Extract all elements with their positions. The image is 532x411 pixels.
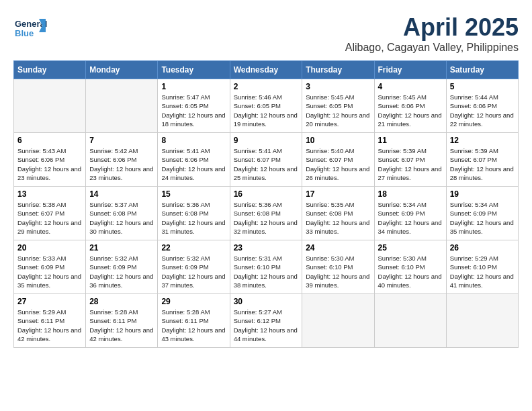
day-number: 7 <box>89 136 154 145</box>
day-number: 29 <box>161 297 226 306</box>
day-number: 2 <box>234 82 299 91</box>
calendar-cell: 12Sunrise: 5:39 AM Sunset: 6:07 PM Dayli… <box>446 133 518 187</box>
calendar-cell <box>302 294 374 348</box>
calendar-week-3: 13Sunrise: 5:38 AM Sunset: 6:07 PM Dayli… <box>14 187 519 240</box>
day-info: Sunrise: 5:46 AM Sunset: 6:05 PM Dayligh… <box>234 93 299 128</box>
calendar-cell: 13Sunrise: 5:38 AM Sunset: 6:07 PM Dayli… <box>14 187 86 240</box>
calendar-cell: 7Sunrise: 5:42 AM Sunset: 6:06 PM Daylig… <box>86 133 158 187</box>
day-info: Sunrise: 5:29 AM Sunset: 6:10 PM Dayligh… <box>450 254 515 289</box>
day-info: Sunrise: 5:40 AM Sunset: 6:07 PM Dayligh… <box>306 146 370 182</box>
day-number: 27 <box>17 297 82 306</box>
calendar-cell: 15Sunrise: 5:36 AM Sunset: 6:08 PM Dayli… <box>158 187 230 240</box>
day-info: Sunrise: 5:28 AM Sunset: 6:11 PM Dayligh… <box>89 308 154 343</box>
calendar-cell: 21Sunrise: 5:32 AM Sunset: 6:09 PM Dayli… <box>86 240 158 294</box>
calendar-cell: 23Sunrise: 5:31 AM Sunset: 6:10 PM Dayli… <box>230 240 302 294</box>
day-number: 1 <box>161 82 226 91</box>
calendar-cell: 22Sunrise: 5:32 AM Sunset: 6:09 PM Dayli… <box>158 240 230 294</box>
calendar-cell: 9Sunrise: 5:41 AM Sunset: 6:07 PM Daylig… <box>230 133 302 187</box>
day-info: Sunrise: 5:37 AM Sunset: 6:08 PM Dayligh… <box>89 200 154 236</box>
day-info: Sunrise: 5:44 AM Sunset: 6:06 PM Dayligh… <box>450 93 515 128</box>
day-info: Sunrise: 5:34 AM Sunset: 6:09 PM Dayligh… <box>450 200 515 236</box>
day-info: Sunrise: 5:27 AM Sunset: 6:12 PM Dayligh… <box>234 308 299 343</box>
calendar-cell: 27Sunrise: 5:29 AM Sunset: 6:11 PM Dayli… <box>14 294 86 348</box>
day-number: 8 <box>161 136 226 145</box>
day-number: 12 <box>450 136 515 145</box>
calendar-cell: 11Sunrise: 5:39 AM Sunset: 6:07 PM Dayli… <box>374 133 446 187</box>
day-number: 23 <box>234 243 299 253</box>
calendar-cell: 19Sunrise: 5:34 AM Sunset: 6:09 PM Dayli… <box>446 187 518 240</box>
day-info: Sunrise: 5:32 AM Sunset: 6:09 PM Dayligh… <box>89 254 154 289</box>
day-info: Sunrise: 5:31 AM Sunset: 6:10 PM Dayligh… <box>234 254 299 289</box>
logo: General Blue <box>13 13 50 40</box>
day-info: Sunrise: 5:34 AM Sunset: 6:09 PM Dayligh… <box>378 200 443 236</box>
location-title: Alibago, Cagayan Valley, Philippines <box>345 42 519 54</box>
day-number: 17 <box>306 189 370 199</box>
day-info: Sunrise: 5:47 AM Sunset: 6:05 PM Dayligh… <box>161 93 226 128</box>
calendar-cell: 26Sunrise: 5:29 AM Sunset: 6:10 PM Dayli… <box>446 240 518 294</box>
day-info: Sunrise: 5:41 AM Sunset: 6:06 PM Dayligh… <box>161 146 226 182</box>
day-number: 4 <box>378 82 443 91</box>
day-info: Sunrise: 5:38 AM Sunset: 6:07 PM Dayligh… <box>17 200 82 236</box>
day-info: Sunrise: 5:35 AM Sunset: 6:08 PM Dayligh… <box>306 200 370 236</box>
day-info: Sunrise: 5:30 AM Sunset: 6:10 PM Dayligh… <box>306 254 370 289</box>
calendar-cell: 14Sunrise: 5:37 AM Sunset: 6:08 PM Dayli… <box>86 187 158 240</box>
day-number: 16 <box>234 189 299 199</box>
month-title: April 2025 <box>345 13 519 42</box>
day-number: 9 <box>234 136 299 145</box>
calendar-cell <box>374 294 446 348</box>
day-number: 30 <box>234 297 299 306</box>
weekday-header-wednesday: Wednesday <box>230 61 302 79</box>
calendar-week-4: 20Sunrise: 5:33 AM Sunset: 6:09 PM Dayli… <box>14 240 519 294</box>
calendar-cell: 6Sunrise: 5:43 AM Sunset: 6:06 PM Daylig… <box>14 133 86 187</box>
svg-text:Blue: Blue <box>15 28 34 38</box>
day-number: 13 <box>17 189 82 199</box>
day-number: 22 <box>161 243 226 253</box>
day-info: Sunrise: 5:45 AM Sunset: 6:05 PM Dayligh… <box>306 93 370 128</box>
day-number: 5 <box>450 82 515 91</box>
calendar-cell: 28Sunrise: 5:28 AM Sunset: 6:11 PM Dayli… <box>86 294 158 348</box>
day-info: Sunrise: 5:42 AM Sunset: 6:06 PM Dayligh… <box>89 146 154 182</box>
calendar-cell <box>446 294 518 348</box>
day-number: 18 <box>378 189 443 199</box>
header: General Blue April 2025 Alibago, Cagayan… <box>13 13 519 54</box>
day-number: 15 <box>161 189 226 199</box>
calendar-cell: 18Sunrise: 5:34 AM Sunset: 6:09 PM Dayli… <box>374 187 446 240</box>
calendar-cell: 16Sunrise: 5:36 AM Sunset: 6:08 PM Dayli… <box>230 187 302 240</box>
weekday-header-monday: Monday <box>86 61 158 79</box>
weekday-header-friday: Friday <box>374 61 446 79</box>
day-info: Sunrise: 5:29 AM Sunset: 6:11 PM Dayligh… <box>17 308 82 343</box>
calendar-cell: 8Sunrise: 5:41 AM Sunset: 6:06 PM Daylig… <box>158 133 230 187</box>
day-number: 28 <box>89 297 154 306</box>
weekday-header-sunday: Sunday <box>14 61 86 79</box>
day-info: Sunrise: 5:36 AM Sunset: 6:08 PM Dayligh… <box>161 200 226 236</box>
day-info: Sunrise: 5:32 AM Sunset: 6:09 PM Dayligh… <box>161 254 226 289</box>
logo-icon: General Blue <box>13 13 47 40</box>
weekday-header-tuesday: Tuesday <box>158 61 230 79</box>
calendar-table: SundayMondayTuesdayWednesdayThursdayFrid… <box>13 60 519 348</box>
calendar-body: 1Sunrise: 5:47 AM Sunset: 6:05 PM Daylig… <box>14 79 519 348</box>
day-number: 10 <box>306 136 370 145</box>
weekday-header-saturday: Saturday <box>446 61 518 79</box>
calendar-cell: 20Sunrise: 5:33 AM Sunset: 6:09 PM Dayli… <box>14 240 86 294</box>
day-number: 11 <box>378 136 443 145</box>
day-info: Sunrise: 5:43 AM Sunset: 6:06 PM Dayligh… <box>17 146 82 182</box>
day-number: 3 <box>306 82 370 91</box>
calendar-cell: 29Sunrise: 5:28 AM Sunset: 6:11 PM Dayli… <box>158 294 230 348</box>
day-number: 25 <box>378 243 443 253</box>
calendar-cell: 3Sunrise: 5:45 AM Sunset: 6:05 PM Daylig… <box>302 79 374 133</box>
calendar-cell: 25Sunrise: 5:30 AM Sunset: 6:10 PM Dayli… <box>374 240 446 294</box>
day-number: 21 <box>89 243 154 253</box>
day-info: Sunrise: 5:30 AM Sunset: 6:10 PM Dayligh… <box>378 254 443 289</box>
day-number: 19 <box>450 189 515 199</box>
day-info: Sunrise: 5:36 AM Sunset: 6:08 PM Dayligh… <box>234 200 299 236</box>
weekday-header-row: SundayMondayTuesdayWednesdayThursdayFrid… <box>14 61 519 79</box>
calendar-cell: 30Sunrise: 5:27 AM Sunset: 6:12 PM Dayli… <box>230 294 302 348</box>
day-info: Sunrise: 5:39 AM Sunset: 6:07 PM Dayligh… <box>378 146 443 182</box>
day-info: Sunrise: 5:39 AM Sunset: 6:07 PM Dayligh… <box>450 146 515 182</box>
day-info: Sunrise: 5:33 AM Sunset: 6:09 PM Dayligh… <box>17 254 82 289</box>
calendar-cell: 17Sunrise: 5:35 AM Sunset: 6:08 PM Dayli… <box>302 187 374 240</box>
day-number: 20 <box>17 243 82 253</box>
calendar-week-5: 27Sunrise: 5:29 AM Sunset: 6:11 PM Dayli… <box>14 294 519 348</box>
day-info: Sunrise: 5:41 AM Sunset: 6:07 PM Dayligh… <box>234 146 299 182</box>
calendar-cell: 2Sunrise: 5:46 AM Sunset: 6:05 PM Daylig… <box>230 79 302 133</box>
